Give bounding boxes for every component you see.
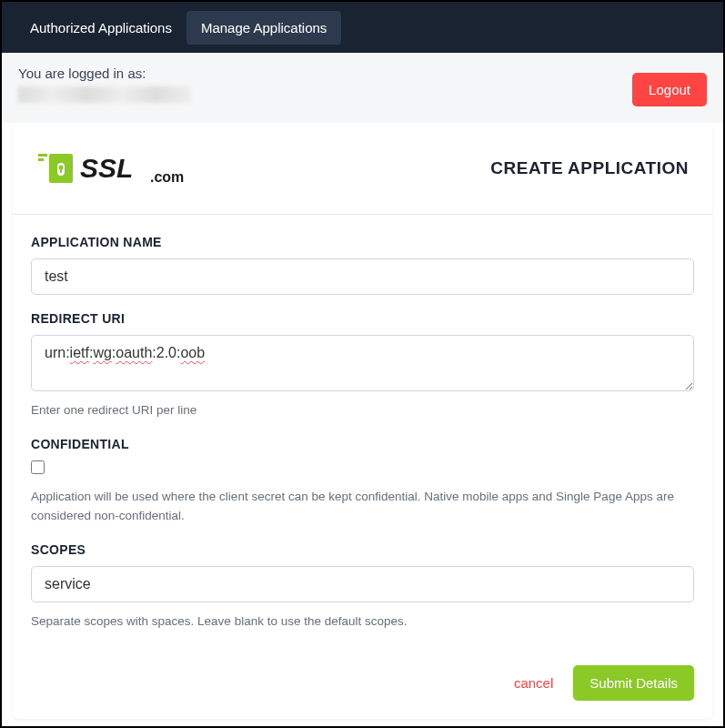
- redirect-uri-input[interactable]: urn:ietf:wg:oauth:2.0:oob: [31, 335, 694, 391]
- logout-button[interactable]: Logout: [632, 73, 707, 106]
- scopes-help: Separate scopes with spaces. Leave blank…: [31, 612, 694, 632]
- field-confidential: CONFIDENTIAL Application will be used wh…: [31, 437, 694, 526]
- tab-authorized-applications[interactable]: Authorized Applications: [15, 11, 186, 45]
- user-info: You are logged in as:: [18, 66, 191, 103]
- main-card: SSL .com CREATE APPLICATION APPLICATION …: [13, 123, 712, 719]
- svg-text:SSL: SSL: [80, 153, 133, 183]
- scopes-input[interactable]: [31, 566, 694, 602]
- confidential-label: CONFIDENTIAL: [31, 437, 694, 451]
- user-identity-redacted: [18, 86, 191, 103]
- application-name-label: APPLICATION NAME: [31, 235, 694, 249]
- redirect-uri-label: REDIRECT URI: [31, 311, 694, 326]
- field-redirect-uri: REDIRECT URI urn:ietf:wg:oauth:2.0:oob E…: [31, 311, 694, 420]
- submit-details-button[interactable]: Submit Details: [573, 665, 694, 701]
- svg-rect-1: [38, 158, 44, 161]
- user-bar: You are logged in as: Logout: [2, 53, 723, 123]
- redirect-uri-help: Enter one redirect URI per line: [31, 400, 694, 420]
- ssl-logo: SSL .com: [36, 148, 191, 188]
- form-body: APPLICATION NAME REDIRECT URI urn:ietf:w…: [13, 215, 712, 719]
- card-header: SSL .com CREATE APPLICATION: [13, 123, 712, 215]
- application-name-input[interactable]: [31, 258, 694, 295]
- confidential-help: Application will be used where the clien…: [31, 487, 694, 526]
- field-application-name: APPLICATION NAME: [31, 235, 694, 295]
- svg-text:.com: .com: [150, 169, 184, 185]
- top-nav: Authorized Applications Manage Applicati…: [2, 2, 723, 53]
- tab-manage-applications[interactable]: Manage Applications: [186, 11, 341, 45]
- field-scopes: SCOPES Separate scopes with spaces. Leav…: [31, 542, 694, 632]
- form-footer: cancel Submit Details: [31, 647, 694, 701]
- svg-rect-0: [38, 154, 47, 157]
- svg-rect-5: [60, 168, 62, 173]
- cancel-button[interactable]: cancel: [514, 675, 553, 691]
- scopes-label: SCOPES: [31, 542, 694, 557]
- page-title: CREATE APPLICATION: [490, 158, 689, 178]
- logged-in-label: You are logged in as:: [18, 66, 191, 81]
- confidential-checkbox[interactable]: [31, 460, 45, 474]
- ssl-logo-icon: SSL .com: [36, 148, 191, 188]
